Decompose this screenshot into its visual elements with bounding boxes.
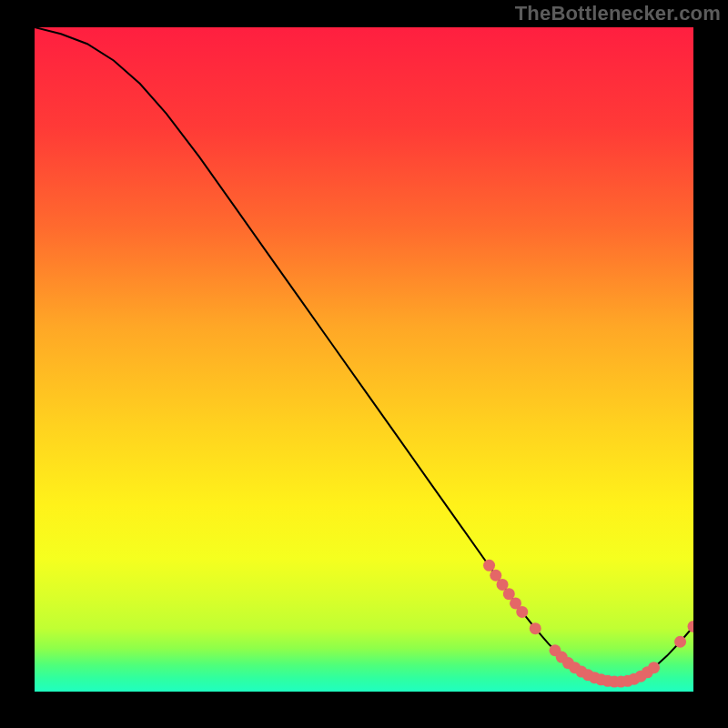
gradient-background [35, 27, 693, 692]
curve-marker [674, 636, 686, 648]
curve-marker [483, 560, 495, 571]
curve-marker [516, 606, 528, 618]
chart-frame: TheBottlenecker.com [0, 0, 728, 728]
chart-svg [35, 27, 693, 692]
watermark-text: TheBottlenecker.com [515, 2, 721, 25]
curve-marker [530, 622, 541, 634]
plot-area [35, 27, 693, 692]
curve-marker [648, 662, 660, 673]
